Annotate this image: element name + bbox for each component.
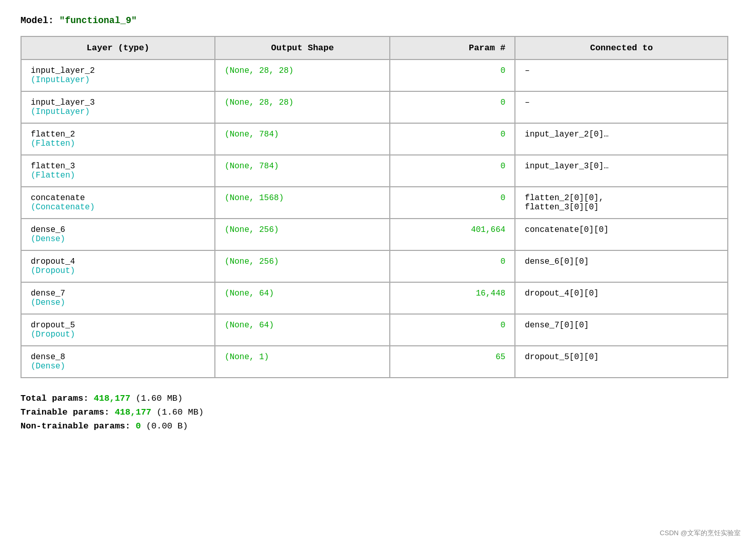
- non-trainable-label: Non-trainable params:: [21, 421, 135, 431]
- cell-output-shape: (None, 1): [215, 346, 390, 378]
- cell-param: 0: [390, 60, 515, 91]
- cell-output-shape: (None, 64): [215, 314, 390, 346]
- table-row: flatten_3(Flatten)(None, 784)0input_laye…: [21, 155, 728, 187]
- table-header-row: Layer (type) Output Shape Param # Connec…: [21, 36, 728, 60]
- cell-output-shape: (None, 1568): [215, 187, 390, 219]
- model-name: "functional_9": [59, 15, 137, 26]
- table-row: input_layer_3(InputLayer)(None, 28, 28)0…: [21, 91, 728, 123]
- cell-layer: input_layer_3(InputLayer): [21, 91, 215, 123]
- trainable-value: 418,177: [115, 407, 151, 417]
- cell-layer: flatten_3(Flatten): [21, 155, 215, 187]
- table-row: concatenate(Concatenate)(None, 1568)0fla…: [21, 187, 728, 219]
- watermark: CSDN @文军的烹饪实验室: [660, 529, 741, 538]
- cell-output-shape: (None, 28, 28): [215, 60, 390, 91]
- cell-layer: dense_6(Dense): [21, 219, 215, 250]
- cell-param: 16,448: [390, 282, 515, 314]
- cell-param: 65: [390, 346, 515, 378]
- table-row: dense_6(Dense)(None, 256)401,664concaten…: [21, 219, 728, 250]
- cell-param: 0: [390, 250, 515, 282]
- table-row: flatten_2(Flatten)(None, 784)0input_laye…: [21, 123, 728, 155]
- cell-connected: input_layer_3[0]…: [515, 155, 728, 187]
- cell-connected: –: [515, 60, 728, 91]
- cell-output-shape: (None, 784): [215, 123, 390, 155]
- table-row: dense_7(Dense)(None, 64)16,448dropout_4[…: [21, 282, 728, 314]
- cell-layer: dropout_4(Dropout): [21, 250, 215, 282]
- cell-param: 0: [390, 155, 515, 187]
- table-row: dropout_4(Dropout)(None, 256)0dense_6[0]…: [21, 250, 728, 282]
- cell-output-shape: (None, 784): [215, 155, 390, 187]
- cell-layer: dense_7(Dense): [21, 282, 215, 314]
- table-row: dropout_5(Dropout)(None, 64)0dense_7[0][…: [21, 314, 728, 346]
- total-extra: (1.60 MB): [130, 394, 183, 403]
- trainable-label: Trainable params:: [21, 407, 115, 417]
- header-param: Param #: [390, 36, 515, 60]
- cell-param: 0: [390, 123, 515, 155]
- non-trainable-params-line: Non-trainable params: 0 (0.00 B): [21, 421, 735, 431]
- cell-connected: –: [515, 91, 728, 123]
- cell-param: 0: [390, 187, 515, 219]
- header-output-shape: Output Shape: [215, 36, 390, 60]
- cell-layer: input_layer_2(InputLayer): [21, 60, 215, 91]
- title-prefix: Model:: [21, 15, 59, 26]
- cell-layer: dropout_5(Dropout): [21, 314, 215, 346]
- cell-connected: dense_7[0][0]: [515, 314, 728, 346]
- table-row: dense_8(Dense)(None, 1)65dropout_5[0][0]: [21, 346, 728, 378]
- model-title: Model: "functional_9": [21, 15, 735, 26]
- cell-connected: concatenate[0][0]: [515, 219, 728, 250]
- cell-layer: flatten_2(Flatten): [21, 123, 215, 155]
- cell-connected: dropout_4[0][0]: [515, 282, 728, 314]
- total-value: 418,177: [94, 394, 130, 403]
- cell-param: 0: [390, 314, 515, 346]
- non-trainable-value: 0: [135, 421, 141, 431]
- non-trainable-extra: (0.00 B): [141, 421, 188, 431]
- cell-output-shape: (None, 28, 28): [215, 91, 390, 123]
- trainable-params-line: Trainable params: 418,177 (1.60 MB): [21, 407, 735, 417]
- cell-connected: dense_6[0][0]: [515, 250, 728, 282]
- trainable-extra: (1.60 MB): [151, 407, 204, 417]
- model-summary-table: Layer (type) Output Shape Param # Connec…: [21, 36, 728, 378]
- total-params-line: Total params: 418,177 (1.60 MB): [21, 394, 735, 403]
- total-label: Total params:: [21, 394, 94, 403]
- cell-connected: flatten_2[0][0],flatten_3[0][0]: [515, 187, 728, 219]
- cell-layer: dense_8(Dense): [21, 346, 215, 378]
- cell-connected: input_layer_2[0]…: [515, 123, 728, 155]
- header-connected: Connected to: [515, 36, 728, 60]
- cell-output-shape: (None, 256): [215, 250, 390, 282]
- table-row: input_layer_2(InputLayer)(None, 28, 28)0…: [21, 60, 728, 91]
- header-layer: Layer (type): [21, 36, 215, 60]
- cell-param: 401,664: [390, 219, 515, 250]
- cell-param: 0: [390, 91, 515, 123]
- cell-output-shape: (None, 64): [215, 282, 390, 314]
- summary-section: Total params: 418,177 (1.60 MB) Trainabl…: [21, 394, 735, 431]
- cell-layer: concatenate(Concatenate): [21, 187, 215, 219]
- cell-output-shape: (None, 256): [215, 219, 390, 250]
- cell-connected: dropout_5[0][0]: [515, 346, 728, 378]
